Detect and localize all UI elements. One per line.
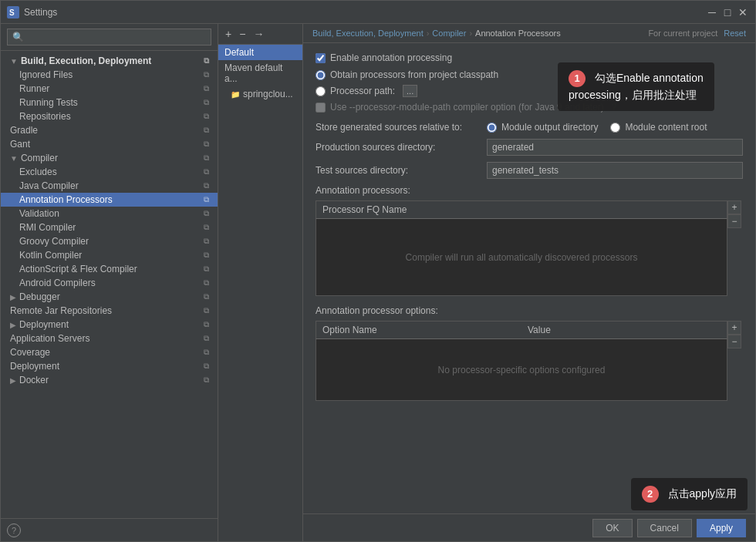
middle-item-maven[interactable]: Maven default a... <box>218 60 302 86</box>
window-controls: ─ □ ✕ <box>706 6 749 19</box>
sidebar-item-remote-jar[interactable]: Remote Jar Repositories ⧉ <box>1 304 218 318</box>
sidebar-item-validation[interactable]: Validation ⧉ <box>1 207 218 221</box>
add-button[interactable]: + <box>223 27 234 41</box>
production-sources-row: Production sources directory: <box>316 139 743 156</box>
reset-link[interactable]: Reset <box>724 29 746 38</box>
add-processor-button[interactable]: + <box>727 200 741 214</box>
help-button[interactable]: ? <box>7 523 21 537</box>
arrow-icon: ▶ <box>10 321 16 329</box>
copy-icon: ⧉ <box>201 333 211 344</box>
annotation-options-table-body[interactable]: No processor-specific options configured <box>316 339 727 401</box>
sidebar-item-rmi-compiler[interactable]: RMI Compiler ⧉ <box>1 221 218 234</box>
processor-path-radio[interactable] <box>316 86 326 96</box>
copy-icon: ⧉ <box>201 264 211 274</box>
store-generated-label: Store generated sources relative to: <box>316 122 478 133</box>
sidebar-item-deployment[interactable]: ▶ Deployment ⧉ <box>1 318 218 332</box>
module-content-radio[interactable] <box>610 123 620 133</box>
sidebar-item-excludes[interactable]: Excludes ⧉ <box>1 165 218 179</box>
sidebar-item-build-execution[interactable]: ▼ Build, Execution, Deployment ⧉ <box>1 54 218 68</box>
copy-icon: ⧉ <box>201 83 211 94</box>
add-option-button[interactable]: + <box>727 321 741 335</box>
sidebar-item-runner[interactable]: Runner ⧉ <box>1 82 218 96</box>
apply-button[interactable]: Apply <box>697 519 746 537</box>
move-right-button[interactable]: → <box>251 27 266 41</box>
sidebar-item-java-compiler[interactable]: Java Compiler ⧉ <box>1 179 218 193</box>
sidebar-item-debugger[interactable]: ▶ Debugger ⧉ <box>1 290 218 304</box>
browse-button[interactable]: ... <box>403 85 417 97</box>
breadcrumb-compiler[interactable]: Compiler <box>432 29 466 38</box>
copy-icon: ⧉ <box>201 180 211 191</box>
test-sources-input[interactable] <box>487 162 743 179</box>
copy-icon: ⧉ <box>201 56 211 66</box>
sidebar-item-ignored-files[interactable]: Ignored Files ⧉ <box>1 68 218 82</box>
sidebar-item-docker[interactable]: ▶ Docker ⧉ <box>1 373 218 387</box>
sidebar-item-deployment2[interactable]: Deployment ⧉ <box>1 359 218 373</box>
title-bar: S Settings ─ □ ✕ <box>1 1 755 24</box>
copy-icon: ⧉ <box>201 347 211 358</box>
annotation-badge-2: 2 <box>642 486 659 503</box>
remove-button[interactable]: − <box>237 27 248 41</box>
sidebar-item-compiler[interactable]: ▼ Compiler ⧉ <box>1 151 218 165</box>
annotation-text-1: 勾选Enable annotationprocessing，启用批注处理 <box>569 72 704 101</box>
breadcrumb-path: Build, Execution, Deployment › Compiler … <box>312 29 561 38</box>
copy-icon: ⧉ <box>201 361 211 372</box>
annotation-options-table: Option Name Value No processor-specific … <box>316 321 727 401</box>
copy-icon: ⧉ <box>201 97 211 108</box>
folder-icon: 📁 <box>231 90 240 99</box>
value-col: Value <box>521 321 727 338</box>
copy-icon: ⧉ <box>201 125 211 136</box>
search-box <box>1 24 218 51</box>
enable-annotation-checkbox[interactable] <box>316 53 326 63</box>
copy-icon: ⧉ <box>201 319 211 330</box>
annotation-badge-1: 1 <box>569 70 586 87</box>
maximize-button[interactable]: □ <box>721 6 734 19</box>
ok-button[interactable]: OK <box>592 519 632 537</box>
cancel-button[interactable]: Cancel <box>637 519 692 537</box>
sidebar-item-android-compilers[interactable]: Android Compilers ⧉ <box>1 276 218 290</box>
middle-toolbar: + − → <box>218 24 302 45</box>
annotation-processors-table-body[interactable]: Compiler will run all automatically disc… <box>316 219 727 296</box>
settings-window: S Settings ─ □ ✕ ▼ Build, Execution, Dep… <box>0 0 756 542</box>
production-sources-input[interactable] <box>487 139 743 156</box>
breadcrumb-build[interactable]: Build, Execution, Deployment <box>312 29 424 38</box>
breadcrumb-right: For current project Reset <box>648 29 746 38</box>
sidebar-bottom: ? <box>1 518 218 541</box>
module-output-radio[interactable] <box>487 123 497 133</box>
sidebar-item-repositories[interactable]: Repositories ⧉ <box>1 109 218 123</box>
annotation-options-table-area: Option Name Value No processor-specific … <box>316 321 743 401</box>
annotation-options-table-header: Option Name Value <box>316 321 727 339</box>
use-processor-module-checkbox[interactable] <box>316 103 326 113</box>
store-generated-row: Store generated sources relative to: Mod… <box>316 122 743 133</box>
sidebar-item-application-servers[interactable]: Application Servers ⧉ <box>1 332 218 345</box>
copy-icon: ⧉ <box>201 194 211 205</box>
minimize-button[interactable]: ─ <box>706 6 718 19</box>
enable-annotation-row: Enable annotation processing <box>316 52 743 63</box>
sidebar-item-kotlin-compiler[interactable]: Kotlin Compiler ⧉ <box>1 248 218 262</box>
middle-item-default[interactable]: Default <box>218 45 302 60</box>
sidebar-item-running-tests[interactable]: Running Tests ⧉ <box>1 96 218 109</box>
close-button[interactable]: ✕ <box>737 6 749 19</box>
obtain-processors-radio[interactable] <box>316 70 326 80</box>
sidebar-item-annotation-processors[interactable]: Annotation Processors ⧉ <box>1 193 218 207</box>
search-input[interactable] <box>7 29 211 45</box>
enable-annotation-label[interactable]: Enable annotation processing <box>316 52 452 63</box>
copy-icon: ⧉ <box>201 208 211 219</box>
annotation-processors-table-area: Processor FQ Name Compiler will run all … <box>316 200 743 296</box>
sidebar-item-gant[interactable]: Gant ⧉ <box>1 137 218 151</box>
content-area: ▼ Build, Execution, Deployment ⧉ Ignored… <box>1 24 755 541</box>
sidebar-item-coverage[interactable]: Coverage ⧉ <box>1 345 218 359</box>
store-generated-radios: Module output directory Module content r… <box>487 122 743 133</box>
module-content-radio-label[interactable]: Module content root <box>610 122 707 133</box>
sidebar-item-actionscript-compiler[interactable]: ActionScript & Flex Compiler ⧉ <box>1 262 218 276</box>
remove-processor-button[interactable]: − <box>727 214 741 228</box>
sidebar-item-gradle[interactable]: Gradle ⧉ <box>1 123 218 137</box>
annotation-tooltip-2: 2 点击apply应用 <box>631 478 748 510</box>
module-output-radio-label[interactable]: Module output directory <box>487 122 598 133</box>
annotation-tooltip-1: 1 勾选Enable annotationprocessing，启用批注处理 <box>558 62 714 111</box>
remove-option-button[interactable]: − <box>727 335 741 348</box>
copy-icon: ⧉ <box>201 167 211 177</box>
sidebar-item-groovy-compiler[interactable]: Groovy Compiler ⧉ <box>1 234 218 248</box>
breadcrumb-current: Annotation Processors <box>475 29 561 38</box>
annotation-processors-table: Processor FQ Name Compiler will run all … <box>316 200 727 296</box>
middle-item-springcloud[interactable]: 📁 springclou... <box>218 86 302 102</box>
